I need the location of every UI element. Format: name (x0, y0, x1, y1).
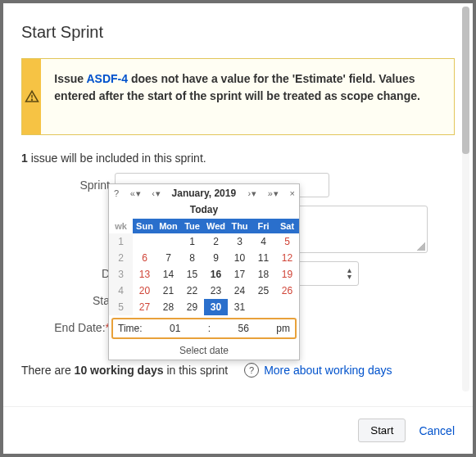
day[interactable]: 25 (252, 283, 275, 299)
week-header: wk (109, 219, 133, 233)
time-label: Time: (118, 323, 143, 334)
duration-label: D (21, 267, 115, 280)
day[interactable]: 29 (180, 299, 204, 315)
calendar-grid: wk Sun Mon Tue Wed Thu Fri Sat 112345 26… (109, 219, 299, 315)
day[interactable]: 27 (133, 299, 156, 315)
dow: Sat (275, 219, 299, 233)
working-days-text: in this sprint (164, 364, 229, 377)
dow: Thu (228, 219, 252, 233)
dialog: Start Sprint Issue ASDF-4 does not have … (0, 0, 476, 457)
time-row: Time: 01 : 56 pm (111, 318, 297, 339)
day[interactable]: 15 (180, 266, 204, 283)
day[interactable]: 5 (275, 233, 299, 250)
dialog-title: Start Sprint (21, 23, 455, 42)
wk-num: 2 (109, 250, 133, 266)
wk-num: 1 (109, 233, 133, 250)
time-hours[interactable]: 01 (143, 323, 208, 334)
working-days-count: 10 working days (75, 364, 164, 377)
dow: Wed (204, 219, 228, 233)
wk-num: 4 (109, 283, 133, 299)
issue-link[interactable]: ASDF-4 (86, 72, 128, 85)
day[interactable]: 22 (180, 283, 204, 299)
dialog-footer: Start Cancel (3, 406, 473, 454)
day[interactable]: 16 (204, 266, 228, 283)
warning-icon (22, 59, 41, 134)
day[interactable]: 13 (133, 266, 156, 283)
issue-count-text: issue will be included in this sprint. (28, 152, 206, 165)
day[interactable]: 17 (228, 266, 252, 283)
day[interactable]: 18 (252, 266, 275, 283)
day[interactable]: 6 (133, 250, 156, 266)
warning-text: Issue (54, 72, 86, 85)
dow: Fri (252, 219, 275, 233)
issue-count-line: 1 issue will be included in this sprint. (21, 152, 455, 165)
prev-month[interactable]: ‹ ▾ (152, 188, 160, 199)
day[interactable]: 8 (180, 250, 204, 266)
day[interactable]: 11 (252, 250, 275, 266)
day[interactable]: 19 (275, 266, 299, 283)
warning-banner: Issue ASDF-4 does not have a value for t… (21, 58, 455, 135)
day[interactable]: 7 (156, 250, 180, 266)
day[interactable]: 4 (252, 233, 275, 250)
wk-num: 5 (109, 299, 133, 315)
day[interactable] (133, 233, 156, 250)
day[interactable]: 2 (204, 233, 228, 250)
day[interactable]: 3 (228, 233, 252, 250)
more-working-days-link[interactable]: More about working days (264, 364, 392, 377)
working-days-line: There are 10 working days in this sprint… (21, 363, 455, 378)
day-selected[interactable]: 30 (204, 299, 228, 315)
day[interactable]: 28 (156, 299, 180, 315)
day[interactable]: 31 (228, 299, 252, 315)
dow: Sun (133, 219, 156, 233)
working-days-text: There are (21, 364, 75, 377)
time-minutes[interactable]: 56 (211, 323, 276, 334)
resize-grip-icon[interactable] (417, 242, 425, 251)
day[interactable]: 20 (133, 283, 156, 299)
issue-count-number: 1 (21, 152, 28, 165)
day[interactable]: 1 (180, 233, 204, 250)
day[interactable] (275, 299, 299, 315)
calendar-title[interactable]: January, 2019 (172, 188, 237, 199)
dow: Mon (156, 219, 180, 233)
day[interactable] (156, 233, 180, 250)
day[interactable]: 23 (204, 283, 228, 299)
day[interactable]: 12 (275, 250, 299, 266)
next-year[interactable]: » ▾ (268, 188, 278, 199)
scrollbar-thumb[interactable] (462, 7, 469, 154)
dow: Tue (180, 219, 204, 233)
day[interactable]: 14 (156, 266, 180, 283)
start-button[interactable]: Start (358, 419, 406, 442)
prev-year[interactable]: « ▾ (130, 188, 140, 199)
calendar-today[interactable]: Today (109, 202, 299, 219)
time-ampm[interactable]: pm (276, 323, 290, 334)
day[interactable]: 24 (228, 283, 252, 299)
calendar-help[interactable]: ? (114, 188, 118, 198)
end-date-label: End Date:* (21, 321, 115, 334)
day[interactable]: 9 (204, 250, 228, 266)
calendar-close[interactable]: × (290, 188, 294, 198)
help-icon[interactable]: ? (244, 363, 259, 378)
day[interactable] (252, 299, 275, 315)
sprint-label: Sprint (21, 179, 115, 192)
day[interactable]: 10 (228, 250, 252, 266)
day[interactable]: 26 (275, 283, 299, 299)
cancel-button[interactable]: Cancel (419, 424, 455, 437)
calendar-footer: Select date (109, 342, 299, 360)
svg-point-1 (31, 99, 32, 100)
date-picker: ? « ▾ ‹ ▾ January, 2019 › ▾ » ▾ × Today … (108, 183, 300, 360)
start-date-label: Sta (21, 294, 115, 307)
scrollbar[interactable] (462, 7, 469, 391)
day[interactable]: 21 (156, 283, 180, 299)
wk-num: 3 (109, 266, 133, 283)
select-arrows-icon: ▴▾ (347, 267, 351, 280)
next-month[interactable]: › ▾ (248, 188, 256, 199)
